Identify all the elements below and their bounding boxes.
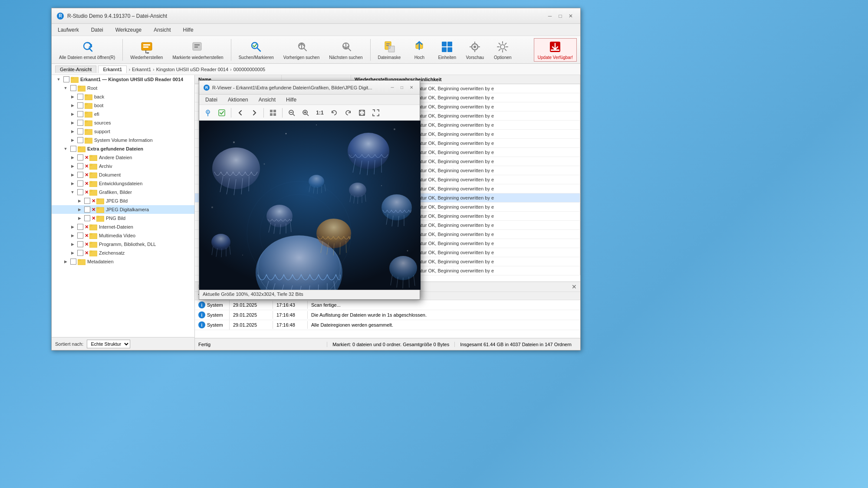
expand-andere[interactable]: ▶ bbox=[69, 154, 76, 161]
expand-internet[interactable]: ▶ bbox=[69, 223, 76, 230]
tree-node-extra[interactable]: ▼ Extra gefundene Dateien bbox=[52, 144, 194, 153]
maximize-button[interactable]: □ bbox=[556, 12, 565, 20]
tree-node-png-bild[interactable]: ▶ ✕ PNG Bild bbox=[52, 214, 194, 223]
viewer-close-button[interactable]: ✕ bbox=[408, 84, 415, 92]
expand-jpeg-dig[interactable]: ▶ bbox=[76, 206, 83, 213]
menu-datei[interactable]: Datei bbox=[89, 26, 106, 34]
check-entwicklung[interactable] bbox=[77, 180, 83, 187]
tree-node-efi[interactable]: ▶ efi bbox=[52, 110, 194, 118]
tree-node-sources[interactable]: ▶ sources bbox=[52, 118, 194, 127]
options-button[interactable]: Optionen bbox=[490, 38, 516, 62]
units-button[interactable]: Einheiten bbox=[434, 38, 460, 62]
open-all-button[interactable]: Alle Dateien erneut öffnen(R) bbox=[55, 38, 119, 62]
check-programm[interactable] bbox=[77, 241, 83, 247]
menu-werkzeuge[interactable]: Werkzeuge bbox=[113, 26, 144, 34]
viewer-menu-aktionen[interactable]: Aktionen bbox=[225, 96, 251, 104]
viewer-check-button[interactable] bbox=[216, 107, 228, 118]
check-support[interactable] bbox=[77, 128, 83, 134]
sort-select[interactable]: Echte Struktur Name Datum bbox=[87, 340, 130, 348]
tree-node-erkannt1[interactable]: ▼ Erkannt1 — Kingston UHSII uSD Reader 0… bbox=[52, 75, 194, 84]
tree-node-internet[interactable]: ▶ ✕ Internet-Dateien bbox=[52, 223, 194, 231]
viewer-menu-ansicht[interactable]: Ansicht bbox=[256, 96, 278, 104]
check-erkannt1[interactable] bbox=[63, 76, 69, 82]
restore-marked-button[interactable]: Markierte wiederherstellen bbox=[168, 38, 227, 62]
minimize-button[interactable]: ─ bbox=[546, 12, 554, 20]
expand-png-bild[interactable]: ▶ bbox=[76, 215, 83, 222]
tree-node-support[interactable]: ▶ support bbox=[52, 127, 194, 136]
viewer-rotate-left-button[interactable] bbox=[328, 107, 340, 118]
viewer-next-button[interactable] bbox=[248, 107, 260, 118]
menu-laufwerk[interactable]: Laufwerk bbox=[55, 26, 82, 34]
expand-sysvolinfo[interactable]: ▶ bbox=[69, 137, 76, 144]
viewer-expand-button[interactable] bbox=[370, 107, 382, 118]
tree-node-grafiken[interactable]: ▼ ✕ Grafiken, Bilder bbox=[52, 188, 194, 197]
expand-erkannt1[interactable]: ▼ bbox=[55, 76, 62, 83]
viewer-zoom-out-button[interactable] bbox=[286, 107, 298, 118]
preview-button[interactable]: Vorschau bbox=[462, 38, 488, 62]
check-extra[interactable] bbox=[70, 146, 76, 152]
check-grafiken[interactable] bbox=[77, 189, 83, 195]
check-internet[interactable] bbox=[77, 224, 83, 230]
file-mask-button[interactable]: Dateimaske bbox=[374, 38, 405, 62]
tree-node-entwicklung[interactable]: ▶ ✕ Entwicklungsdateien bbox=[52, 179, 194, 188]
tree-node-zeichensatz[interactable]: ▶ ✕ Zeichensatz bbox=[52, 249, 194, 257]
tree-node-metadaten[interactable]: ▶ Metadateien bbox=[52, 257, 194, 266]
expand-boot[interactable]: ▶ bbox=[69, 102, 76, 109]
expand-multimedia[interactable]: ▶ bbox=[69, 232, 76, 239]
expand-extra[interactable]: ▼ bbox=[62, 145, 69, 152]
menu-ansicht[interactable]: Ansicht bbox=[151, 26, 173, 34]
expand-jpeg-bild[interactable]: ▶ bbox=[76, 197, 83, 204]
viewer-maximize-button[interactable]: □ bbox=[398, 84, 406, 92]
expand-root[interactable]: ▼ bbox=[62, 85, 69, 92]
check-jpeg-bild[interactable] bbox=[84, 198, 90, 204]
expand-archiv[interactable]: ▶ bbox=[69, 163, 76, 170]
check-sources[interactable] bbox=[77, 120, 83, 126]
protocol-close-button[interactable]: ✕ bbox=[572, 283, 577, 290]
check-jpeg-dig[interactable] bbox=[84, 206, 90, 213]
expand-metadaten[interactable]: ▶ bbox=[62, 258, 69, 265]
check-andere[interactable] bbox=[77, 154, 83, 160]
check-png-bild[interactable] bbox=[84, 215, 90, 221]
tree-node-boot[interactable]: ▶ boot bbox=[52, 101, 194, 110]
tree-node-back[interactable]: ▶ back bbox=[52, 92, 194, 101]
expand-sources[interactable]: ▶ bbox=[69, 119, 76, 126]
viewer-minimize-button[interactable]: ─ bbox=[388, 84, 396, 92]
viewer-menu-hilfe[interactable]: Hilfe bbox=[283, 96, 299, 104]
tree-node-archiv[interactable]: ▶ ✕ Archiv bbox=[52, 162, 194, 170]
prev-search-button[interactable]: Vorherigen suchen bbox=[279, 38, 323, 62]
tree-node-programm[interactable]: ▶ ✕ Programm, Bibliothek, DLL bbox=[52, 240, 194, 249]
check-dokument[interactable] bbox=[77, 172, 83, 178]
check-root[interactable] bbox=[70, 85, 76, 91]
viewer-menu-datei[interactable]: Datei bbox=[203, 96, 220, 104]
viewer-11-button[interactable]: 1:1 bbox=[313, 107, 326, 118]
expand-entwicklung[interactable]: ▶ bbox=[69, 180, 76, 187]
viewer-zoom-in-button[interactable] bbox=[299, 107, 312, 118]
expand-programm[interactable]: ▶ bbox=[69, 241, 76, 248]
check-multimedia[interactable] bbox=[77, 233, 83, 239]
expand-back[interactable]: ▶ bbox=[69, 93, 76, 100]
check-archiv[interactable] bbox=[77, 163, 83, 169]
check-sysvolinfo[interactable] bbox=[77, 137, 83, 143]
expand-zeichensatz[interactable]: ▶ bbox=[69, 249, 76, 256]
tree-node-multimedia[interactable]: ▶ ✕ Multimedia Video bbox=[52, 231, 194, 240]
expand-dokument[interactable]: ▶ bbox=[69, 171, 76, 178]
check-back[interactable] bbox=[77, 94, 83, 100]
tree-node-andere[interactable]: ▶ ✕ Andere Dateien bbox=[52, 153, 194, 162]
tree-node-jpeg-dig[interactable]: ▶ ✕ JPEG Digitalkamera bbox=[52, 205, 194, 214]
viewer-prev-button[interactable] bbox=[234, 107, 247, 118]
viewer-rotate-right-button[interactable] bbox=[342, 107, 354, 118]
update-button[interactable]: Update Verfügbar! bbox=[534, 38, 577, 62]
viewer-pin-button[interactable] bbox=[202, 107, 214, 118]
tab-devices[interactable]: Geräte-Ansicht bbox=[55, 66, 96, 73]
tree-node-jpeg-bild[interactable]: ▶ ✕ JPEG Bild bbox=[52, 197, 194, 205]
up-button[interactable]: Hoch bbox=[406, 38, 432, 62]
tab-erkannt1[interactable]: Erkannt1 bbox=[98, 66, 127, 73]
check-efi[interactable] bbox=[77, 111, 83, 117]
tree-node-sysvolinfo[interactable]: ▶ System Volume Information bbox=[52, 136, 194, 144]
check-metadaten[interactable] bbox=[70, 259, 76, 265]
restore-button[interactable]: Wiederherstellen bbox=[126, 38, 167, 62]
expand-grafiken[interactable]: ▼ bbox=[69, 189, 76, 196]
search-mark-button[interactable]: Suchen/Markieren bbox=[235, 38, 278, 62]
check-zeichensatz[interactable] bbox=[77, 250, 83, 256]
check-boot[interactable] bbox=[77, 102, 83, 108]
